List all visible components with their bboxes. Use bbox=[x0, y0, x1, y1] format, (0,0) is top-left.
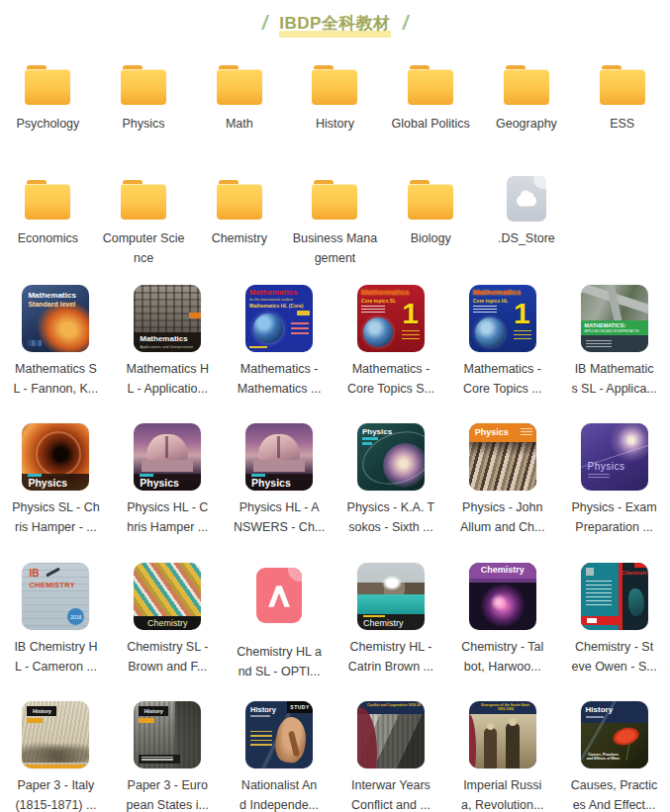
cover-art bbox=[402, 330, 420, 342]
book-physics-exam-preparation[interactable]: Physics Physics - ExamPreparation ... bbox=[558, 423, 670, 537]
cover-title: IB bbox=[29, 568, 39, 579]
cover-subtitle: Core topics HL bbox=[473, 298, 509, 304]
book-chemistry-sl-brown[interactable]: Chemistry Chemistry SL -Brown and F... bbox=[112, 563, 224, 681]
book-mathematics-core-topics-sl[interactable]: Mathematics Core topics SL 1 Mathematics… bbox=[335, 285, 447, 399]
folder-global-politics[interactable]: Global Politics bbox=[383, 61, 479, 134]
folder-label: History bbox=[287, 114, 383, 134]
cover-art bbox=[22, 739, 89, 763]
cover-title: Mathematics bbox=[249, 288, 297, 297]
cover-title: Physics bbox=[251, 477, 291, 489]
cover-art bbox=[362, 437, 378, 440]
cover-art bbox=[382, 576, 402, 590]
book-cover: Emergence of the Soviet State 1853-1924 bbox=[469, 701, 536, 768]
book-physics-hl-answers[interactable]: Physics Physics HL - ANSWERS - Ch... bbox=[224, 423, 335, 537]
folder-icon bbox=[479, 61, 575, 107]
cover-art bbox=[165, 436, 168, 458]
book-history-interwar-years[interactable]: Conflict and Cooperation 1919-39 Interwa… bbox=[335, 701, 447, 812]
cover-subtitle: Applications and Interpretation bbox=[140, 344, 193, 349]
book-physics-hl-hamper[interactable]: Physics Physics HL - Chris Hamper ... bbox=[112, 423, 224, 537]
cover-art bbox=[586, 716, 604, 718]
molecule-art bbox=[628, 588, 644, 616]
book-cover: Physics bbox=[469, 423, 536, 491]
cloud-icon bbox=[517, 196, 536, 207]
cover-art bbox=[134, 285, 201, 334]
folder-psychology[interactable]: Psychology bbox=[0, 61, 96, 134]
cover-art bbox=[363, 615, 385, 617]
cover-art bbox=[586, 581, 612, 606]
book-history-imperial-russia[interactable]: Emergence of the Soviet State 1853-1924 … bbox=[446, 701, 558, 812]
book-history-paper3-european-states[interactable]: History Paper 3 - European States i... bbox=[112, 701, 224, 812]
book-physics-tsokos[interactable]: Physics Physics - K.A. Tsokos - Sixth ..… bbox=[335, 423, 447, 537]
book-cover: Physics bbox=[245, 423, 313, 491]
file-ds-store[interactable]: .DS_Store bbox=[479, 176, 575, 268]
cover-number: 1 bbox=[514, 297, 530, 330]
book-label: Causes, Practices And Effect... bbox=[558, 775, 670, 812]
book-chemistry-talbot[interactable]: Chemistry Chemistry - Talbot, Harwoo... bbox=[446, 563, 558, 681]
folder-math[interactable]: Math bbox=[191, 61, 287, 134]
cover-art bbox=[277, 436, 280, 458]
folder-physics[interactable]: Physics bbox=[96, 61, 192, 134]
cover-art bbox=[253, 460, 305, 472]
pencil-icon bbox=[47, 568, 61, 578]
folder-geography[interactable]: Geography bbox=[479, 61, 575, 134]
pdf-icon bbox=[245, 568, 313, 635]
book-history-paper3-italy[interactable]: History Paper 3 - Italy(1815-1871) ... bbox=[0, 701, 112, 812]
folder-biology[interactable]: Biology bbox=[383, 176, 479, 268]
cover-title: Mathematics bbox=[28, 291, 75, 300]
slash-decoration: / bbox=[262, 12, 268, 35]
book-mathematics-core-topics-hl[interactable]: Mathematics Core topics HL 1 Mathematics… bbox=[446, 285, 558, 399]
book-physics-allum[interactable]: Physics Physics - JohnAllum and Ch... bbox=[446, 423, 558, 537]
cover-badge: STUDY bbox=[287, 701, 313, 713]
folder-label: Math bbox=[191, 114, 287, 134]
folder-row-1: Psychology Physics Math History Global P… bbox=[0, 61, 670, 134]
folder-business-management[interactable]: Business Management bbox=[287, 176, 383, 268]
folder-ess[interactable]: ESS bbox=[574, 61, 670, 134]
book-mathematics-hl-core[interactable]: Mathematics for the international studen… bbox=[224, 285, 335, 399]
book-cover: Physics bbox=[134, 423, 201, 491]
page-title: IBDP全科教材 bbox=[279, 12, 391, 35]
cover-art bbox=[291, 322, 309, 336]
cover-number: 1 bbox=[402, 297, 419, 330]
folder-chemistry[interactable]: Chemistry bbox=[191, 176, 287, 268]
folder-label: Economics bbox=[0, 228, 96, 248]
cover-art bbox=[250, 731, 272, 749]
book-history-causes-practices-effects[interactable]: History Causes, Practices and Effects of… bbox=[558, 701, 670, 812]
folder-icon bbox=[191, 61, 287, 107]
cover-art bbox=[587, 618, 597, 623]
book-label: Mathematics -Core Topics ... bbox=[446, 359, 558, 399]
book-physics-sl-hamper[interactable]: Physics Physics SL - Chris Hamper - ... bbox=[0, 423, 112, 537]
cover-subtitle: Standard level bbox=[28, 301, 75, 308]
folder-history[interactable]: History bbox=[287, 61, 383, 134]
cover-art bbox=[521, 428, 532, 436]
book-label: Mathematics -Core Topics S... bbox=[335, 359, 447, 399]
folder-icon bbox=[574, 61, 670, 107]
book-label: Physics HL - ANSWERS - Ch... bbox=[224, 497, 335, 537]
folder-icon bbox=[287, 176, 383, 222]
folder-computer-science[interactable]: Computer Science bbox=[96, 176, 192, 268]
book-mathematics-sl-fannon[interactable]: Mathematics Standard level Mathematics S… bbox=[0, 285, 112, 399]
book-history-nationalist-independence[interactable]: STUDY History Nationalist And Independe.… bbox=[224, 701, 335, 812]
cover-title: Conflict and Cooperation 1919-39 bbox=[366, 703, 422, 707]
book-cover: Mathematics Applications and Interpretat… bbox=[134, 285, 201, 352]
cover-art bbox=[28, 340, 42, 346]
book-label: Physics - ExamPreparation ... bbox=[558, 497, 670, 537]
book-cover: Mathematics Core topics SL 1 bbox=[357, 285, 425, 352]
cover-art bbox=[361, 306, 385, 314]
folder-economics[interactable]: Economics bbox=[0, 176, 96, 268]
cover-subtitle: Core topics SL bbox=[361, 298, 396, 304]
book-ib-chemistry-hl-cameron[interactable]: IB CHEMISTRY 2016 IB Chemistry HL - Came… bbox=[0, 563, 112, 681]
cover-title: Physics bbox=[28, 477, 67, 489]
file-chemistry-options-pdf[interactable]: Chemistry HL and SL - OPTI... bbox=[224, 563, 335, 681]
folder-icon bbox=[191, 176, 287, 222]
cover-art bbox=[189, 313, 201, 318]
book-chemistry-hl-catrin-brown[interactable]: Chemistry Chemistry HL -Catrin Brown ... bbox=[335, 563, 447, 681]
cover-art bbox=[22, 765, 89, 768]
cover-art bbox=[588, 474, 610, 480]
book-chemistry-steve-owen[interactable]: Chemistry Chemistry - Steve Owen - S... bbox=[558, 563, 670, 681]
book-ib-mathematics-sl-applications[interactable]: MATHEMATICS: APPLICATIONS AND INTERPRETA… bbox=[558, 285, 670, 399]
book-cover: Physics bbox=[581, 423, 648, 491]
cover-title: Physics bbox=[362, 427, 392, 436]
book-label: IB Chemistry HL - Cameron ... bbox=[0, 637, 112, 677]
book-mathematics-hl-applications[interactable]: Mathematics Applications and Interpretat… bbox=[112, 285, 224, 399]
book-cover: History Causes, Practices and Effects of… bbox=[581, 701, 648, 768]
